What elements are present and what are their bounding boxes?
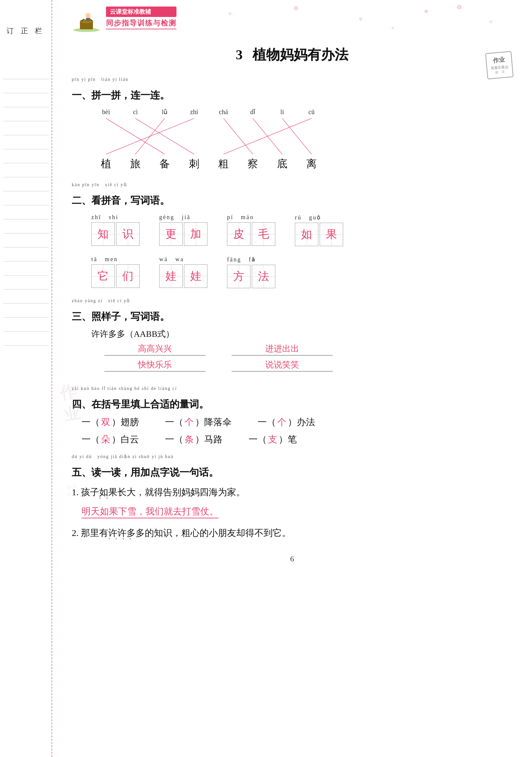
sentence-2: 2. 那里有许许多多····的知识，粗心的小朋友却得不到它。	[72, 525, 513, 541]
ex5-pinyin-label: dú yi dú yòng jiā diǎn zì shuō yí jù huà	[72, 454, 513, 459]
measure-item-1: 一（双）翅膀	[81, 416, 139, 428]
svg-line-8	[135, 118, 194, 154]
svg-line-13	[282, 118, 311, 154]
measure-row-1: 一（双）翅膀 一（个）降落伞 一（个）办法	[81, 416, 513, 428]
pattern-answer-4: 说说笑笑	[232, 359, 333, 372]
char-box-wa2: 娃	[184, 264, 207, 288]
char-box-wa1: 娃	[159, 264, 183, 288]
svg-rect-4	[86, 18, 90, 21]
writing-row-1: zhī shi 知 识 gèng jiā	[91, 214, 513, 246]
exercise-4: 作业 zài kuò hào lǐ tián shàng hé shì de l…	[72, 380, 513, 446]
svg-line-10	[106, 118, 194, 154]
brand-name: 云课堂标准教辅	[106, 7, 176, 17]
boxes-fangfa: 方 法	[227, 265, 275, 288]
sentence-1: 1. 孩子如果··长大，就得告别妈妈四海为家。	[72, 484, 513, 500]
ex1-pinyin-row: bèi cì lǔ zhí chá dǐ lí cū	[91, 107, 513, 117]
exercise-3: zhào yàng zi xiě cí yǔ 三、照样子，写词语。 许许多多（A…	[72, 298, 513, 372]
py-cha: chá	[209, 107, 238, 117]
char-di: 底	[267, 156, 297, 172]
char-box-jia: 加	[184, 222, 207, 246]
ex4-label: 四、在括号里填上合适的量词。	[72, 398, 513, 411]
correction-sidebar: 订 正 栏	[0, 0, 52, 757]
lesson-title: 3 植物妈妈有办法	[72, 45, 513, 64]
exercise-5: 作业 作业 dú yi dú yòng jiā diǎn zì shuō yí …	[72, 454, 513, 541]
word-gengjia: gèng jiā 更 加	[159, 214, 207, 246]
word-wawa: wá wa 娃 娃	[159, 256, 207, 288]
dotword-xuxuduoduo: 许许多多····	[108, 525, 145, 541]
writing-row-2: tā men 它 们 wá wa	[91, 256, 513, 288]
py-lu: lǔ	[150, 107, 179, 117]
char-box-pi: 皮	[227, 222, 251, 246]
dotword-ruguo: 如果··	[99, 484, 117, 500]
boxes-ruguo: 如 果	[295, 223, 343, 246]
matching-lines-area	[91, 117, 326, 156]
char-box-fa: 法	[252, 265, 275, 288]
char-box-zhi: 知	[91, 222, 115, 246]
homework-title: 作业	[493, 55, 505, 64]
pattern-example: 许许多多（AABB式）	[91, 328, 513, 340]
char-cha: 察	[238, 156, 267, 172]
ex3-pinyin-label: zhào yàng zi xiě cí yǔ	[72, 298, 513, 304]
word-ruguo: rú guǒ 如 果	[295, 214, 343, 246]
char-bei: 备	[150, 156, 179, 172]
word-pimao: pí máo 皮 毛	[227, 214, 275, 246]
ex5-label: 五、读一读，用加点字说一句话。	[72, 466, 513, 479]
boxes-wawa: 娃 娃	[159, 264, 207, 288]
matching-lines-svg	[91, 117, 326, 156]
char-box-mao: 毛	[252, 222, 275, 246]
measure-item-6: 一（支）笔	[249, 433, 297, 446]
sidebar-lines	[0, 65, 52, 359]
word-fangfa: fāng fǎ 方 法	[227, 256, 275, 288]
pattern-section: 许许多多（AABB式） 高高兴兴 进进出出 快快乐乐 说说笑笑	[91, 328, 513, 372]
char-lv: 旅	[121, 156, 150, 172]
measure-item-4: 一（朵）白云	[81, 433, 139, 446]
boxes-zhishi: 知 识	[91, 222, 140, 246]
boxes-gengjia: 更 加	[159, 222, 207, 246]
char-box-fang: 方	[227, 265, 251, 288]
correction-label: 订 正 栏	[7, 26, 45, 36]
lesson-number: 3	[236, 47, 243, 62]
ex4-pinyin-label: zài kuò hào lǐ tián shàng hé shì de liàn…	[72, 386, 513, 391]
py-zhi: zhí	[179, 107, 209, 117]
brand-subtitle: 同步指导训练与检测	[106, 18, 176, 29]
char-zhi: 植	[91, 156, 121, 172]
pattern-answers: 高高兴兴 进进出出 快快乐乐 说说笑笑	[104, 343, 333, 372]
header-area: 云课堂标准教辅 同步指导训练与检测	[72, 7, 513, 36]
exercise-1: pīn yi pīn lián yi lián 一、拼一拼，连一连。 bèi c…	[72, 77, 513, 172]
boxes-pimao: 皮 毛	[227, 222, 275, 246]
page-number: 6	[72, 555, 513, 563]
lesson-title-text: 植物妈妈有办法	[252, 47, 348, 62]
py-cu: cū	[297, 107, 326, 117]
exercise-2: kàn pīn yīn xiě cí yǔ 二、看拼音，写词语。 zhī shi…	[72, 182, 513, 288]
char-box-men: 们	[116, 264, 140, 288]
char-cu: 粗	[209, 156, 238, 172]
ex1-label: 一、拼一拼，连一连。	[72, 89, 513, 102]
boxes-tamen: 它 们	[91, 264, 140, 288]
char-box-shi: 识	[116, 222, 140, 246]
ex2-label: 二、看拼音，写词语。	[72, 194, 513, 207]
main-content: 云课堂标准教辅 同步指导训练与检测 作业 答案在最后 册 灵 3 植物妈妈有办法…	[52, 0, 532, 583]
measure-section: 一（双）翅膀 一（个）降落伞 一（个）办法 一（朵）白云 一（条）马路 一（支	[72, 416, 513, 446]
svg-line-11	[223, 118, 253, 154]
pattern-answer-2: 进进出出	[232, 343, 333, 356]
pattern-answer-1: 高高兴兴	[104, 343, 205, 356]
word-zhishi: zhī shi 知 识	[91, 214, 140, 246]
tree-stump-icon	[72, 7, 101, 33]
char-ci: 刺	[179, 156, 209, 172]
sentences-section: 1. 孩子如果··长大，就得告别妈妈四海为家。 明天如果下雪，我们就去打雪仗。 …	[72, 484, 513, 541]
char-box-ta: 它	[91, 264, 115, 288]
svg-line-7	[106, 118, 165, 154]
ex2-pinyin-label: kàn pīn yīn xiě cí yǔ	[72, 182, 513, 188]
measure-item-2: 一（个）降落伞	[165, 416, 232, 428]
ex1-char-row: 植 旅 备 刺 粗 察 底 离	[91, 156, 513, 172]
char-box-guo: 果	[320, 223, 343, 246]
sentence-1-answer: 明天如果下雪，我们就去打雪仗。	[81, 505, 513, 518]
py-bei: bèi	[91, 107, 121, 117]
writing-section: zhī shi 知 识 gèng jiā	[72, 214, 513, 288]
char-box-ru: 如	[295, 223, 318, 246]
py-ci: cì	[121, 107, 150, 117]
measure-item-5: 一（条）马路	[165, 433, 222, 446]
word-tamen: tā men 它 们	[91, 256, 140, 288]
pattern-answer-3: 快快乐乐	[104, 359, 205, 372]
char-li: 离	[297, 156, 326, 172]
